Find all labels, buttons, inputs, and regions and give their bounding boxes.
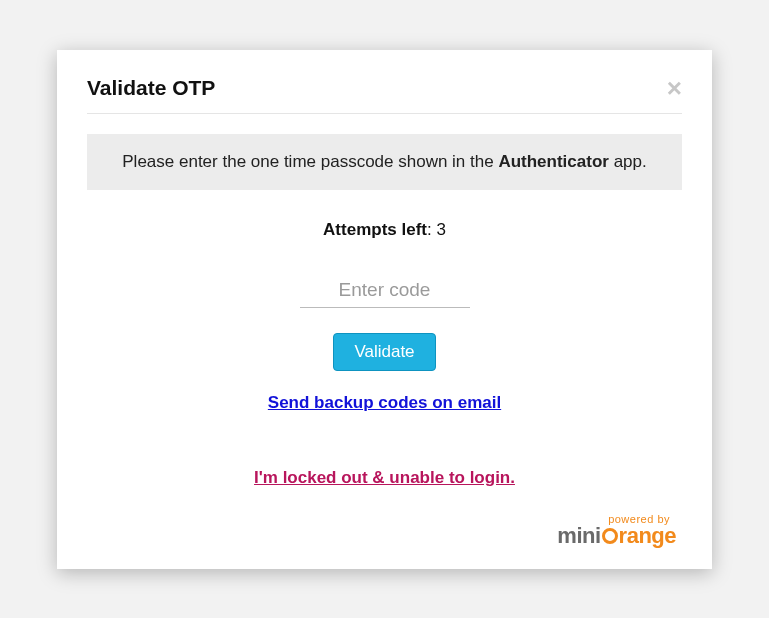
attempts-value: 3 xyxy=(436,220,445,239)
attempts-label: Attempts left xyxy=(323,220,427,239)
brand-suffix: range xyxy=(619,523,676,548)
code-input-wrap xyxy=(87,275,682,308)
orange-o-icon xyxy=(602,528,618,544)
instruction-suffix: app. xyxy=(609,152,647,171)
close-icon[interactable]: × xyxy=(667,75,682,101)
dialog-title: Validate OTP xyxy=(87,76,215,100)
locked-link-wrap: I'm locked out & unable to login. xyxy=(87,468,682,488)
validate-wrap: Validate xyxy=(87,333,682,371)
otp-dialog: Validate OTP × Please enter the one time… xyxy=(57,50,712,569)
validate-button[interactable]: Validate xyxy=(333,333,435,371)
send-backup-codes-link[interactable]: Send backup codes on email xyxy=(268,393,501,412)
instruction-prefix: Please enter the one time passcode shown… xyxy=(122,152,498,171)
backup-link-wrap: Send backup codes on email xyxy=(87,393,682,413)
footer-logo: powered by minirange xyxy=(87,513,682,549)
instruction-bold: Authenticator xyxy=(498,152,609,171)
otp-input[interactable] xyxy=(300,275,470,308)
dialog-header: Validate OTP × xyxy=(87,75,682,114)
brand-prefix: mini xyxy=(557,523,600,548)
locked-out-link[interactable]: I'm locked out & unable to login. xyxy=(254,468,515,487)
instruction-banner: Please enter the one time passcode shown… xyxy=(87,134,682,190)
attempts-line: Attempts left: 3 xyxy=(87,220,682,240)
brand-logo: minirange xyxy=(557,523,676,548)
